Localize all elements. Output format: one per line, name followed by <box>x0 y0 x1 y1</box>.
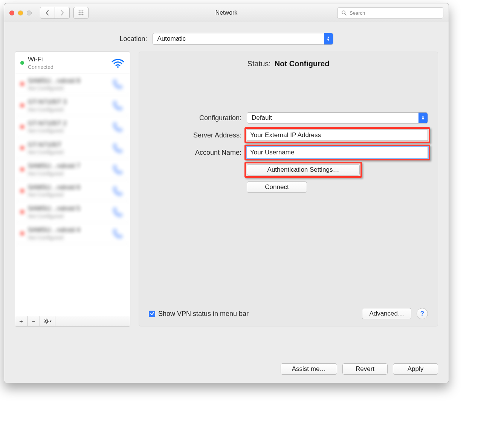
account-name-input[interactable] <box>247 147 428 158</box>
detail-panel: Status: Not Configured Configuration: De… <box>139 52 438 326</box>
sidebar-item-name: SAMSU…ndroid 4 <box>28 226 107 234</box>
sidebar-item-status: Not Configured <box>28 85 107 91</box>
sidebar-item-status: Not Configured <box>28 107 107 113</box>
svg-point-3 <box>79 12 80 14</box>
panel-bottom-row: Show VPN status in menu bar Advanced… ? <box>149 308 428 319</box>
close-window-button[interactable] <box>9 11 14 15</box>
sidebar-item[interactable]: SAMSU…ndroid 4 Not Configured <box>15 223 130 244</box>
phone-icon <box>113 79 123 89</box>
sidebar-item-name: SAMSU…ndroid 5 <box>28 205 107 212</box>
sidebar-item-wifi[interactable]: Wi-Fi Connected <box>15 52 130 73</box>
svg-point-6 <box>79 14 80 15</box>
sidebar-item-name: GT-N7105T 3 <box>28 98 107 106</box>
sidebar-item-name: GT-N7105T 2 <box>28 120 107 127</box>
network-preferences-window: Network Search Location: Automatic ▲▼ <box>4 3 449 383</box>
sidebar-item[interactable]: GT-N7105T Not Configured <box>15 137 130 159</box>
search-placeholder: Search <box>350 10 365 16</box>
add-interface-button[interactable]: ＋ <box>15 316 27 326</box>
select-stepper-icon: ▲▼ <box>418 113 428 123</box>
dialog-buttons: Assist me… Revert Apply <box>281 363 438 375</box>
svg-point-7 <box>81 14 82 15</box>
phone-icon <box>113 164 123 175</box>
sidebar-item-status: Not Configured <box>28 149 107 155</box>
chevron-left-icon <box>46 10 49 15</box>
apply-button[interactable]: Apply <box>393 363 438 375</box>
svg-point-12 <box>45 320 47 322</box>
server-address-input[interactable] <box>247 130 428 141</box>
titlebar: Network Search <box>4 3 449 23</box>
phone-icon <box>113 207 123 217</box>
search-input[interactable]: Search <box>337 7 443 18</box>
zoom-window-button[interactable] <box>27 11 32 15</box>
interface-list[interactable]: Wi-Fi Connected <box>15 52 130 316</box>
wifi-icon <box>111 58 124 68</box>
svg-point-8 <box>82 14 84 15</box>
svg-point-4 <box>81 12 82 14</box>
help-button[interactable]: ? <box>417 308 428 319</box>
svg-point-2 <box>82 11 84 12</box>
status-dot-icon <box>20 210 24 214</box>
sidebar-footer: ＋ － ▾ <box>15 316 130 326</box>
status-dot-icon <box>20 189 24 193</box>
sidebar-item-name: GT-N7105T <box>28 141 107 149</box>
revert-button[interactable]: Revert <box>342 363 388 375</box>
checkbox-icon <box>149 311 155 317</box>
remove-interface-button[interactable]: － <box>27 316 40 326</box>
location-label: Location: <box>119 35 147 43</box>
phone-icon <box>113 228 123 239</box>
sidebar-item-status: Not Configured <box>28 235 107 241</box>
phone-icon <box>113 186 123 196</box>
chevron-right-icon <box>60 10 64 15</box>
connect-button[interactable]: Connect <box>247 181 307 193</box>
sidebar-item-name: SAMSU…ndroid 8 <box>28 77 107 85</box>
phone-icon <box>113 122 123 132</box>
minimize-window-button[interactable] <box>18 11 23 15</box>
authentication-settings-button[interactable]: Authentication Settings… <box>247 164 360 175</box>
sidebar-item[interactable]: SAMSU…ndroid 5 Not Configured <box>15 201 130 223</box>
sidebar-item[interactable]: GT-N7105T 3 Not Configured <box>15 95 130 116</box>
interface-actions-button[interactable]: ▾ <box>40 316 55 326</box>
sidebar-item-status: Not Configured <box>28 213 107 219</box>
window-controls <box>9 11 32 15</box>
status-dot-icon <box>20 168 24 171</box>
vpn-form: Configuration: Default ▲▼ Server Address… <box>149 112 428 199</box>
grid-icon <box>78 10 84 16</box>
status-dot-icon <box>20 104 24 107</box>
chevron-down-icon: ▾ <box>50 319 52 323</box>
svg-point-0 <box>79 11 80 12</box>
configuration-select[interactable]: Default ▲▼ <box>247 112 428 124</box>
svg-line-10 <box>345 14 346 15</box>
svg-point-1 <box>81 11 82 12</box>
back-button[interactable] <box>40 7 55 19</box>
status-dot-icon <box>20 61 24 65</box>
assist-me-button[interactable]: Assist me… <box>281 363 337 375</box>
location-select[interactable]: Automatic ▲▼ <box>153 33 333 45</box>
forward-button[interactable] <box>55 7 70 19</box>
interface-sidebar: Wi-Fi Connected <box>15 52 130 326</box>
content-area: Location: Automatic ▲▼ Wi-Fi Connected <box>4 22 449 383</box>
svg-line-18 <box>47 322 48 323</box>
show-all-button[interactable] <box>73 7 89 19</box>
advanced-button[interactable]: Advanced… <box>362 308 411 319</box>
location-value: Automatic <box>157 35 186 43</box>
show-vpn-label: Show VPN status in menu bar <box>158 310 249 318</box>
svg-line-20 <box>47 320 48 320</box>
sidebar-item-status: Connected <box>28 64 107 70</box>
server-address-label: Server Address: <box>149 131 247 139</box>
status-value: Not Configured <box>275 59 330 68</box>
sidebar-item[interactable]: SAMSU…ndroid 6 Not Configured <box>15 180 130 201</box>
svg-point-5 <box>82 12 84 14</box>
status-dot-icon <box>20 232 24 235</box>
sidebar-item[interactable]: SAMSU…ndroid 7 Not Configured <box>15 159 130 180</box>
sidebar-item-status: Not Configured <box>28 171 107 177</box>
show-vpn-checkbox[interactable]: Show VPN status in menu bar <box>149 310 249 318</box>
configuration-value: Default <box>252 114 272 122</box>
configuration-label: Configuration: <box>149 114 247 122</box>
sidebar-item-name: SAMSU…ndroid 6 <box>28 184 107 191</box>
search-icon <box>341 10 347 15</box>
svg-line-19 <box>44 322 45 323</box>
sidebar-item[interactable]: GT-N7105T 2 Not Configured <box>15 116 130 137</box>
status-dot-icon <box>20 146 24 150</box>
status-row: Status: Not Configured <box>149 59 428 68</box>
sidebar-item[interactable]: SAMSU…ndroid 8 Not Configured <box>15 73 130 95</box>
